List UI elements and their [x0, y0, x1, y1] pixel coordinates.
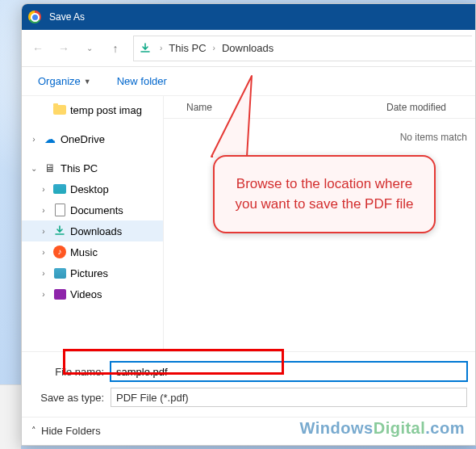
- filetype-label: Save as type:: [30, 392, 111, 404]
- breadcrumb-root[interactable]: This PC: [165, 42, 209, 54]
- chevron-right-icon: ›: [157, 44, 165, 52]
- column-name[interactable]: Name: [186, 102, 386, 113]
- tree-item-documents[interactable]: › Documents: [22, 199, 163, 220]
- tree-item-pictures[interactable]: › Pictures: [22, 262, 163, 283]
- chevron-right-icon: ›: [210, 44, 219, 52]
- tree-item-desktop[interactable]: › Desktop: [22, 178, 163, 199]
- pictures-icon: [54, 268, 66, 279]
- titlebar[interactable]: Save As: [22, 4, 475, 30]
- nav-toolbar: ← → ⌄ ↑ › This PC › Downloads: [22, 30, 475, 67]
- tree-item-temp[interactable]: temp post imag: [22, 99, 163, 120]
- filename-input[interactable]: [111, 362, 467, 381]
- chevron-down-icon: ▼: [84, 78, 91, 86]
- collapse-icon[interactable]: ⌄: [28, 164, 40, 173]
- column-headers[interactable]: Name Date modified: [164, 96, 475, 119]
- music-icon: ♪: [53, 245, 66, 258]
- annotation-callout: Browse to the location where you want to…: [213, 155, 436, 233]
- watermark: WindowsDigital.com: [300, 419, 465, 438]
- window-title: Save As: [49, 11, 85, 23]
- organize-menu[interactable]: Organize ▼: [33, 72, 96, 90]
- column-date[interactable]: Date modified: [386, 102, 475, 113]
- address-bar[interactable]: › This PC › Downloads: [133, 36, 472, 61]
- download-icon: [139, 42, 152, 55]
- tree-item-videos[interactable]: › Videos: [22, 283, 163, 304]
- empty-message: No items match: [164, 119, 475, 143]
- breadcrumb-current[interactable]: Downloads: [219, 42, 277, 54]
- desktop-icon: [53, 184, 66, 194]
- nav-tree: temp post imag › ☁ OneDrive ⌄ 🖥 This PC …: [22, 96, 164, 351]
- back-button[interactable]: ←: [25, 36, 51, 61]
- tree-item-thispc[interactable]: ⌄ 🖥 This PC: [22, 157, 163, 178]
- up-button[interactable]: ↑: [102, 36, 128, 61]
- forward-button[interactable]: →: [51, 36, 77, 61]
- filetype-select[interactable]: PDF File (*.pdf): [111, 388, 467, 407]
- download-icon: [52, 224, 67, 238]
- command-bar: Organize ▼ New folder: [22, 67, 475, 96]
- save-panel: File name: Save as type: PDF File (*.pdf…: [22, 351, 475, 417]
- folder-icon: [53, 105, 66, 115]
- tree-item-music[interactable]: ›♪ Music: [22, 241, 163, 262]
- recent-dropdown[interactable]: ⌄: [77, 36, 102, 61]
- expand-icon[interactable]: ›: [28, 135, 40, 144]
- video-icon: [54, 289, 66, 300]
- chrome-icon: [28, 10, 41, 23]
- new-folder-button[interactable]: New folder: [112, 72, 172, 90]
- pc-icon: 🖥: [43, 161, 57, 175]
- tree-item-downloads[interactable]: › Downloads: [22, 220, 163, 241]
- cloud-icon: ☁: [43, 132, 57, 146]
- tree-item-onedrive[interactable]: › ☁ OneDrive: [22, 128, 163, 149]
- document-icon: [55, 204, 65, 216]
- filename-label: File name:: [30, 366, 111, 378]
- chevron-up-icon: ˄: [31, 426, 36, 436]
